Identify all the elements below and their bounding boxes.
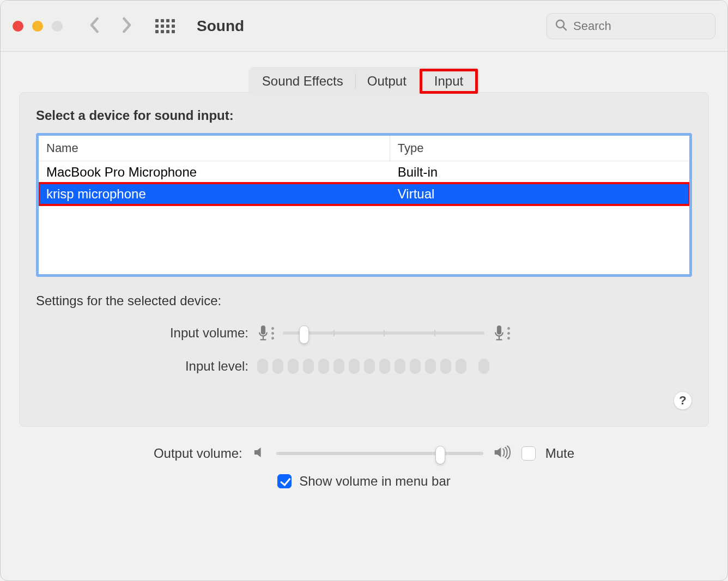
window-controls <box>13 21 63 32</box>
device-type: Built-in <box>390 161 689 183</box>
content: Sound Effects Output Input Select a devi… <box>1 52 727 432</box>
level-segment <box>456 359 466 374</box>
level-segment <box>379 359 390 374</box>
nav-arrows <box>89 17 132 35</box>
input-panel: Select a device for sound input: Name Ty… <box>19 92 709 427</box>
settings-heading: Settings for the selected device: <box>36 293 692 308</box>
back-button[interactable] <box>89 17 101 35</box>
page-title: Sound <box>197 17 244 35</box>
level-segment <box>440 359 451 374</box>
level-segment <box>257 359 268 374</box>
output-volume-row: Output volume: Mute <box>154 445 574 462</box>
level-segment <box>318 359 329 374</box>
level-segment <box>478 359 489 374</box>
level-segment <box>425 359 436 374</box>
column-type[interactable]: Type <box>390 136 689 161</box>
help-icon: ? <box>679 394 686 408</box>
device-type: Virtual <box>390 183 689 205</box>
speaker-loud-icon <box>493 445 512 462</box>
search-field[interactable] <box>547 13 715 39</box>
help-button[interactable]: ? <box>674 391 692 410</box>
level-segment <box>410 359 421 374</box>
bottom-controls: Output volume: Mute Show volume in menu … <box>1 432 727 489</box>
device-settings: Settings for the selected device: Input … <box>36 293 692 410</box>
chevron-left-icon <box>89 17 101 33</box>
mute-label: Mute <box>545 446 574 461</box>
table-row[interactable]: krisp microphone Virtual <box>39 183 689 205</box>
table-header: Name Type <box>39 136 689 161</box>
device-table[interactable]: Name Type MacBook Pro Microphone Built-i… <box>36 133 692 277</box>
output-volume-slider[interactable] <box>276 448 483 459</box>
tab-input-highlight: Input <box>420 69 478 94</box>
output-volume-label: Output volume: <box>154 446 242 461</box>
input-level-label: Input level: <box>36 359 248 374</box>
toolbar: Sound <box>1 1 727 52</box>
forward-button[interactable] <box>120 17 132 35</box>
chevron-right-icon <box>120 17 132 33</box>
level-segment <box>333 359 344 374</box>
input-level-row: Input level: <box>36 359 692 374</box>
minimize-window-button[interactable] <box>32 21 43 32</box>
show-all-button[interactable] <box>155 19 175 33</box>
device-name: krisp microphone <box>39 183 390 205</box>
level-segment <box>364 359 375 374</box>
show-volume-checkbox[interactable] <box>277 474 292 488</box>
search-icon <box>555 19 568 34</box>
column-name[interactable]: Name <box>39 136 390 161</box>
input-volume-row: Input volume: <box>36 325 692 341</box>
input-level-meter <box>257 359 489 374</box>
input-volume-label: Input volume: <box>36 325 248 341</box>
input-device-heading: Select a device for sound input: <box>36 108 692 123</box>
svg-rect-2 <box>261 325 265 334</box>
table-row[interactable]: MacBook Pro Microphone Built-in <box>39 161 689 183</box>
search-input[interactable] <box>573 19 723 33</box>
close-window-button[interactable] <box>13 21 23 32</box>
tab-output[interactable]: Output <box>355 70 418 92</box>
tabs: Sound Effects Output Input <box>19 67 709 95</box>
zoom-window-button[interactable] <box>52 21 63 32</box>
device-name: MacBook Pro Microphone <box>39 161 390 183</box>
level-segment <box>395 359 405 374</box>
svg-line-1 <box>563 27 567 30</box>
speaker-mute-icon <box>252 445 266 462</box>
level-segment <box>272 359 283 374</box>
input-volume-slider[interactable] <box>283 328 484 338</box>
level-segment <box>288 359 299 374</box>
tab-input[interactable]: Input <box>423 72 474 90</box>
microphone-low-icon <box>257 325 274 341</box>
show-volume-label: Show volume in menu bar <box>299 474 450 489</box>
mute-checkbox[interactable] <box>521 446 536 461</box>
show-volume-menubar-row: Show volume in menu bar <box>277 474 450 489</box>
level-segment <box>303 359 314 374</box>
table-body: MacBook Pro Microphone Built-in krisp mi… <box>39 161 689 274</box>
svg-rect-5 <box>497 325 501 334</box>
tab-sound-effects[interactable]: Sound Effects <box>250 70 355 92</box>
level-segment <box>349 359 360 374</box>
microphone-high-icon <box>493 325 510 341</box>
